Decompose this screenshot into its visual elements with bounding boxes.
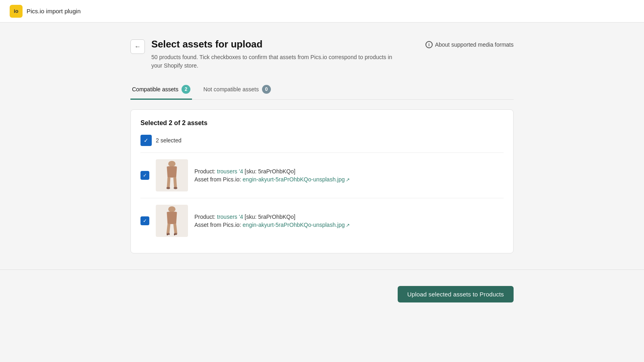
asset-product-2: Product: trousers '4 [sku: 5raPrOhbKQo] (194, 214, 504, 220)
upload-button[interactable]: Upload selected assets to Products (398, 286, 514, 302)
title-area: ← Select assets for upload 50 products f… (130, 39, 393, 70)
svg-point-1 (167, 187, 170, 189)
asset-file-2: Asset from Pics.io: engin-akyurt-5raPrOh… (194, 222, 504, 228)
file-link-1[interactable]: engin-akyurt-5raPrOhbKQo-unsplash.jpg (243, 176, 345, 183)
title-text: Select assets for upload 50 products fou… (151, 39, 393, 70)
selected-count-label: 2 selected (156, 137, 182, 144)
footer: Upload selected assets to Products (0, 269, 644, 319)
asset-info-2: Product: trousers '4 [sku: 5raPrOhbKQo] … (194, 214, 504, 228)
svg-point-2 (174, 187, 178, 189)
select-all-checkbox[interactable]: ✓ (140, 135, 152, 146)
asset-info-1: Product: trousers '4 [sku: 5raPrOhbKQo] … (194, 168, 504, 183)
svg-rect-7 (174, 234, 175, 235)
asset-product-1: Product: trousers '4 [sku: 5raPrOhbKQo] (194, 168, 504, 175)
asset-row: ✓ (140, 152, 504, 198)
back-arrow-icon: ← (134, 43, 141, 50)
main-content: ← Select assets for upload 50 products f… (121, 23, 523, 269)
select-all-row: ✓ 2 selected (140, 135, 504, 146)
tabs: Compatible assets 2 Not compatible asset… (130, 80, 514, 100)
svg-rect-6 (167, 234, 168, 235)
pants-image-2 (160, 206, 184, 235)
external-link-icon-2: ↗ (346, 222, 350, 228)
assets-card: Selected 2 of 2 assets ✓ 2 selected ✓ (130, 109, 514, 253)
external-link-icon-1: ↗ (346, 177, 350, 183)
svg-point-0 (168, 161, 175, 167)
page-subtitle: 50 products found. Tick checkboxes to co… (151, 53, 393, 70)
tab-not-compatible-label: Not compatible assets (203, 86, 259, 93)
pants-image-1 (160, 161, 184, 190)
footer-actions: Upload selected assets to Products (121, 278, 523, 311)
back-button[interactable]: ← (130, 39, 145, 54)
tab-not-compatible-badge: 0 (262, 85, 271, 94)
checkmark-icon: ✓ (143, 218, 147, 223)
page-title: Select assets for upload (151, 39, 393, 50)
product-link-1[interactable]: trousers '4 (217, 168, 243, 175)
asset-file-1: Asset from Pics.io: engin-akyurt-5raPrOh… (194, 176, 504, 183)
card-title: Selected 2 of 2 assets (140, 119, 504, 127)
product-link-2[interactable]: trousers '4 (217, 214, 243, 220)
top-section: ← Select assets for upload 50 products f… (130, 39, 514, 70)
svg-point-3 (168, 206, 175, 212)
tab-compatible-badge: 2 (182, 85, 190, 94)
checkmark-icon: ✓ (144, 138, 149, 143)
checkmark-icon: ✓ (143, 173, 147, 178)
app-title: Pics.io import plugin (27, 8, 80, 14)
asset-thumbnail-1 (156, 159, 188, 191)
app-header: io Pics.io import plugin (0, 0, 644, 23)
asset-thumbnail-2 (156, 205, 188, 237)
asset-row: ✓ (140, 198, 504, 243)
app-logo: io (10, 5, 23, 18)
asset-checkbox-1[interactable]: ✓ (140, 171, 149, 180)
tab-compatible-label: Compatible assets (132, 86, 178, 93)
file-link-2[interactable]: engin-akyurt-5raPrOhbKQo-unsplash.jpg (243, 222, 345, 228)
asset-checkbox-2[interactable]: ✓ (140, 216, 149, 225)
tab-not-compatible-assets[interactable]: Not compatible assets 0 (202, 80, 272, 100)
tab-compatible-assets[interactable]: Compatible assets 2 (130, 80, 192, 100)
info-link[interactable]: i About supported media formats (425, 41, 514, 48)
info-icon: i (425, 41, 433, 48)
info-link-label: About supported media formats (435, 41, 514, 48)
